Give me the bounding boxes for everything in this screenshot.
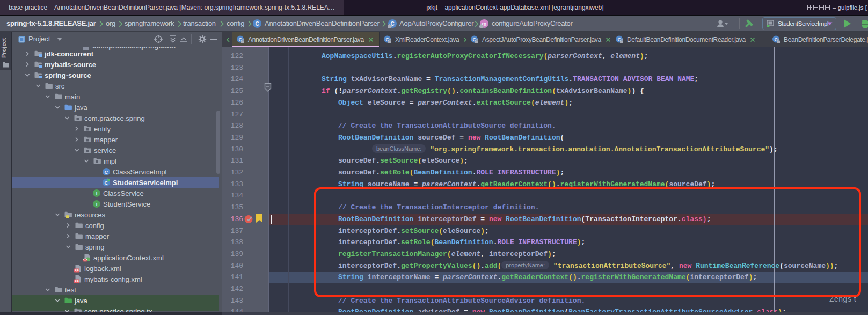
svg-text:<>: <> <box>83 258 87 262</box>
svg-text:C: C <box>255 21 259 27</box>
svg-text:I: I <box>96 191 98 196</box>
svg-text:<>: <> <box>75 268 79 273</box>
svg-text:I: I <box>96 201 98 207</box>
svg-text:C: C <box>105 169 108 175</box>
svg-text:<>: <> <box>75 279 79 283</box>
